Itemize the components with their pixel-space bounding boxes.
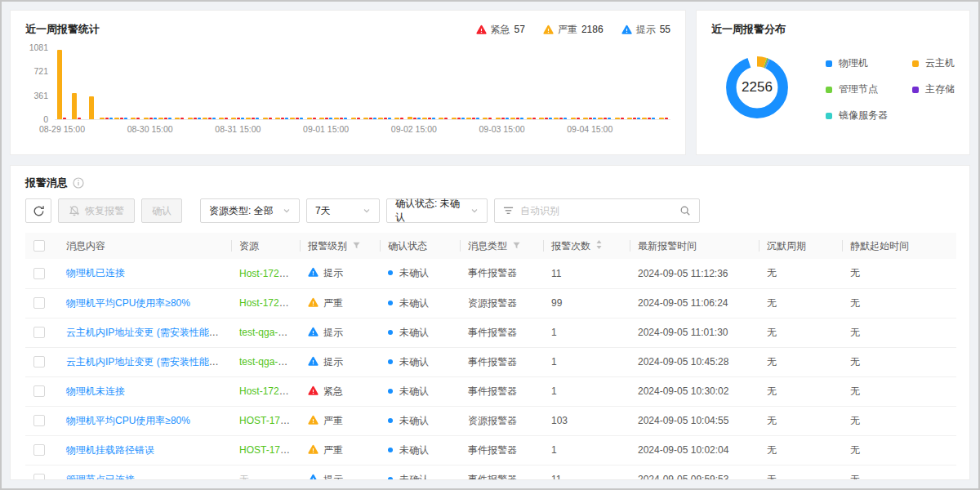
silence-start-time: 无 xyxy=(842,347,956,376)
y-tick-label: 0 xyxy=(43,114,48,124)
bar-segment xyxy=(417,118,421,119)
column-label: 消息内容 xyxy=(66,240,105,252)
select-all-checkbox[interactable] xyxy=(33,240,45,252)
row-checkbox[interactable] xyxy=(33,444,45,456)
filter-funnel-icon xyxy=(352,241,361,250)
message-link[interactable]: 物理机平均CPU使用率≥80% xyxy=(66,415,190,426)
distribution-legend-item[interactable]: 物理机 xyxy=(826,56,888,70)
chevron-down-icon xyxy=(283,207,291,215)
row-checkbox[interactable] xyxy=(33,474,45,480)
resource-link[interactable]: Host-172.2... xyxy=(239,385,296,397)
message-link[interactable]: 物理机未连接 xyxy=(66,385,125,397)
bar-segment xyxy=(78,118,81,119)
message-link[interactable]: 物理机平均CPU使用率≥80% xyxy=(66,297,190,309)
bar-segment xyxy=(604,118,607,119)
message-link[interactable]: 物理机挂载路径错误 xyxy=(66,444,154,456)
row-checkbox[interactable] xyxy=(33,356,45,368)
alarm-level-label: 提示 xyxy=(323,327,343,338)
column-header[interactable]: 报警次数 xyxy=(543,233,630,259)
resource-link[interactable]: HOST-172.... xyxy=(239,415,296,426)
stats-legend-item[interactable]: 紧急57 xyxy=(476,23,525,37)
confirm-button[interactable]: 确认 xyxy=(141,198,182,223)
status-dot xyxy=(388,330,393,335)
legend-label: 云主机 xyxy=(925,56,955,70)
resource-link[interactable]: Host-172.2... xyxy=(239,268,296,279)
refresh-icon xyxy=(33,205,45,217)
alert-triangle-icon xyxy=(308,297,318,308)
bar-segment xyxy=(520,118,523,119)
bar-segment xyxy=(554,118,559,119)
bar-segment xyxy=(325,118,328,119)
status-dot xyxy=(388,418,393,423)
bar-segment xyxy=(168,118,172,119)
legend-swatch xyxy=(826,60,832,67)
message-link[interactable]: 云主机内IP地址变更 (需安装性能优化工具) xyxy=(66,327,231,338)
resource-link[interactable]: test-qga-1-... xyxy=(239,327,295,338)
bar-segment xyxy=(237,118,240,119)
distribution-panel-title: 近一周报警分布 xyxy=(711,22,955,37)
bar-segment xyxy=(219,118,224,119)
bar-segment xyxy=(208,118,212,119)
alarm-level-label: 紧急 xyxy=(323,385,343,397)
distribution-legend-item[interactable]: 管理节点 xyxy=(826,82,888,96)
alert-triangle-icon xyxy=(308,327,318,337)
column-header[interactable]: 报警级别 xyxy=(300,233,380,259)
resource-link[interactable]: Host-172.2... xyxy=(239,297,296,309)
alarm-count: 1 xyxy=(543,376,630,406)
bar-group xyxy=(84,96,99,119)
search-box xyxy=(494,198,700,223)
resource-type-select[interactable]: 资源类型: 全部 xyxy=(200,198,300,223)
monitoring-dashboard: 近一周报警统计 紧急57严重2186提示55 03617211081 08-29… xyxy=(2,2,978,488)
row-checkbox[interactable] xyxy=(33,268,45,279)
x-tick-label: 09-04 15:00 xyxy=(567,124,612,134)
distribution-legend-item[interactable]: 主存储 xyxy=(912,82,955,96)
period-select[interactable]: 7天 xyxy=(306,198,380,223)
resource-type-value: 资源类型: 全部 xyxy=(209,204,274,218)
column-header[interactable]: 消息类型 xyxy=(460,233,543,259)
message-link[interactable]: 云主机内IP地址变更 (需安装性能优化工具) xyxy=(66,356,231,368)
resource-link[interactable]: HOST-172.... xyxy=(239,444,296,456)
bar-group xyxy=(289,118,304,119)
bar-group xyxy=(377,118,392,119)
row-checkbox[interactable] xyxy=(33,297,45,309)
message-link[interactable]: 管理节点已连接 xyxy=(66,474,135,481)
legend-swatch xyxy=(826,113,832,119)
column-label: 确认状态 xyxy=(388,240,427,252)
restore-alarm-button[interactable]: 恢复报警 xyxy=(58,198,135,223)
message-link[interactable]: 物理机已连接 xyxy=(66,267,125,278)
search-input[interactable] xyxy=(520,205,673,216)
filter-funnel-icon[interactable] xyxy=(352,241,361,252)
bar-group xyxy=(304,118,318,119)
alert-triangle-icon xyxy=(476,24,487,35)
bar-segment xyxy=(422,118,427,119)
resource-link[interactable]: test-qga-1-... xyxy=(239,356,295,368)
bar-segment xyxy=(659,118,664,119)
ack-status-label: 未确认 xyxy=(399,356,429,368)
bar-chart-y-axis: 03617211081 xyxy=(25,48,55,120)
stats-legend-item[interactable]: 严重2186 xyxy=(543,23,604,37)
silence-start-time: 无 xyxy=(842,259,956,288)
distribution-legend-item[interactable]: 镜像服务器 xyxy=(826,109,888,122)
sort-icon[interactable] xyxy=(595,241,603,252)
search-icon[interactable] xyxy=(679,205,691,216)
column-separator xyxy=(231,240,232,252)
bar-segment xyxy=(564,118,567,119)
row-checkbox[interactable] xyxy=(33,415,45,426)
stats-legend-item[interactable]: 提示55 xyxy=(621,23,670,37)
row-checkbox[interactable] xyxy=(33,327,45,338)
alert-triangle-icon xyxy=(308,385,318,396)
distribution-legend-item[interactable]: 云主机 xyxy=(912,56,955,70)
filter-funnel-icon[interactable] xyxy=(512,241,521,252)
messages-toolbar: 恢复报警 确认 资源类型: 全部 7天 确认状态: 未确认 xyxy=(25,198,955,223)
alert-triangle-icon xyxy=(308,474,318,481)
refresh-button[interactable] xyxy=(25,198,51,223)
bar-group xyxy=(597,118,612,119)
bar-group xyxy=(480,118,495,119)
bar-group xyxy=(348,118,363,119)
row-checkbox[interactable] xyxy=(33,385,45,397)
ack-status-select[interactable]: 确认状态: 未确认 xyxy=(386,198,488,223)
message-type: 资源报警器 xyxy=(460,406,543,435)
y-tick-label: 361 xyxy=(33,91,48,100)
info-icon[interactable] xyxy=(73,177,84,189)
bar-segment xyxy=(225,118,228,119)
